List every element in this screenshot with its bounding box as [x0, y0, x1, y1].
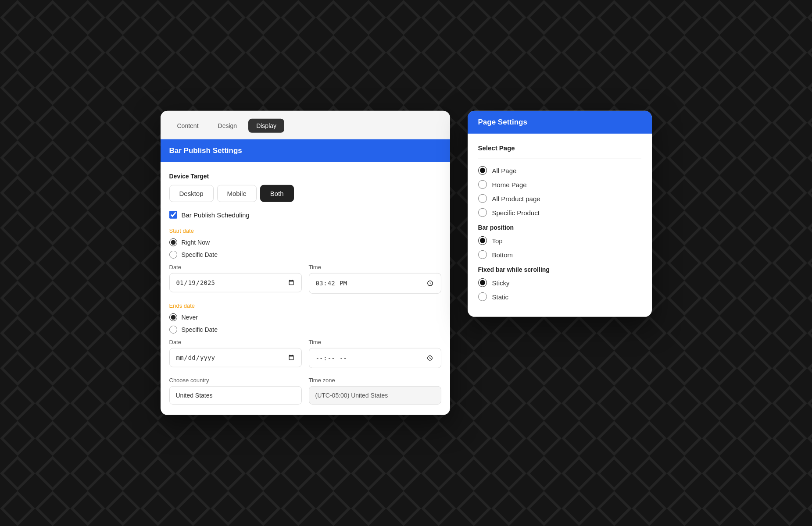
left-panel-body: Bar Publish Settings Device Target Deskt… [161, 139, 450, 415]
ends-never-label: Never [182, 314, 198, 321]
device-target-label: Device Target [169, 173, 441, 180]
ends-time-field-label: Time [309, 339, 441, 345]
start-right-now-radio[interactable] [169, 238, 177, 246]
country-input[interactable] [169, 386, 302, 405]
ends-date-input[interactable] [169, 348, 302, 367]
device-target-group: Device Target Desktop Mobile Both [169, 173, 441, 202]
panels-container: Content Design Display Bar Publish Setti… [161, 111, 652, 415]
position-bottom-label: Bottom [492, 251, 513, 258]
tab-bar: Content Design Display [161, 111, 450, 139]
position-bottom-radio[interactable] [478, 250, 487, 259]
timezone-label: Time zone [309, 377, 441, 384]
position-top-row: Top [478, 236, 641, 245]
select-page-label: Select Page [478, 144, 641, 152]
tab-display[interactable]: Display [248, 119, 284, 133]
all-product-label: All Product page [492, 195, 540, 202]
start-right-now-row: Right Now [169, 238, 441, 246]
tab-content[interactable]: Content [169, 119, 207, 133]
tab-design[interactable]: Design [210, 119, 245, 133]
left-section-content: Device Target Desktop Mobile Both Bar Pu… [161, 162, 450, 415]
all-page-row: All Page [478, 166, 641, 175]
bar-position-label: Bar position [478, 224, 641, 231]
position-top-radio[interactable] [478, 236, 487, 245]
scheduling-label: Bar Publish Scheduling [182, 211, 250, 218]
start-time-input[interactable] [309, 273, 441, 294]
ends-never-radio[interactable] [169, 313, 177, 321]
position-bottom-row: Bottom [478, 250, 641, 259]
ends-date-time-row: Date Time [169, 339, 441, 369]
ends-date-field-label: Date [169, 339, 302, 345]
all-page-label: All Page [492, 167, 517, 174]
ends-time-input[interactable] [309, 348, 441, 369]
ends-specific-date-label: Specific Date [182, 326, 218, 333]
specific-product-row: Specific Product [478, 208, 641, 217]
static-label: Static [492, 293, 509, 300]
ends-date-label: Ends date [169, 302, 441, 309]
start-right-now-label: Right Now [182, 239, 210, 246]
ends-never-row: Never [169, 313, 441, 321]
device-both-button[interactable]: Both [260, 185, 294, 202]
static-radio[interactable] [478, 292, 487, 301]
start-date-field-label: Date [169, 264, 302, 270]
all-product-radio[interactable] [478, 194, 487, 203]
start-date-time-row: Date Time [169, 264, 441, 294]
home-page-label: Home Page [492, 181, 527, 188]
bar-publish-settings-header: Bar Publish Settings [161, 139, 450, 162]
left-panel: Content Design Display Bar Publish Setti… [161, 111, 450, 415]
scheduling-checkbox-row: Bar Publish Scheduling [169, 211, 441, 219]
ends-specific-date-row: Specific Date [169, 326, 441, 334]
start-specific-date-row: Specific Date [169, 251, 441, 259]
fixed-bar-label: Fixed bar while scrolling [478, 266, 641, 273]
start-specific-date-radio[interactable] [169, 251, 177, 259]
device-desktop-button[interactable]: Desktop [169, 185, 214, 202]
ends-date-group-inner: Date [169, 339, 302, 369]
home-page-radio[interactable] [478, 180, 487, 189]
start-date-input[interactable] [169, 273, 302, 292]
start-date-group-inner: Date [169, 264, 302, 294]
static-row: Static [478, 292, 641, 301]
device-mobile-button[interactable]: Mobile [217, 185, 257, 202]
sticky-row: Sticky [478, 278, 641, 287]
country-field: Choose country [169, 377, 302, 405]
start-time-group: Time [309, 264, 441, 294]
right-panel: Page Settings Select Page All Page Home … [468, 111, 652, 317]
country-tz-row: Choose country Time zone [169, 377, 441, 405]
right-section-content: Select Page All Page Home Page All Produ… [468, 134, 652, 317]
start-time-field-label: Time [309, 264, 441, 270]
ends-date-group: Ends date Never Specific Date Date [169, 302, 441, 369]
sticky-radio[interactable] [478, 278, 487, 287]
timezone-input[interactable] [309, 386, 441, 405]
specific-product-label: Specific Product [492, 209, 540, 216]
divider-1 [478, 159, 641, 159]
scheduling-checkbox[interactable] [169, 211, 177, 219]
page-settings-header: Page Settings [468, 111, 652, 134]
timezone-field: Time zone [309, 377, 441, 405]
country-label: Choose country [169, 377, 302, 384]
sticky-label: Sticky [492, 279, 510, 286]
all-page-radio[interactable] [478, 166, 487, 175]
specific-product-radio[interactable] [478, 208, 487, 217]
ends-specific-date-radio[interactable] [169, 326, 177, 334]
device-target-buttons: Desktop Mobile Both [169, 185, 441, 202]
start-specific-date-label: Specific Date [182, 251, 218, 258]
all-product-page-row: All Product page [478, 194, 641, 203]
start-date-group: Start date Right Now Specific Date Date [169, 227, 441, 294]
start-date-label: Start date [169, 227, 441, 234]
position-top-label: Top [492, 237, 503, 244]
ends-time-group: Time [309, 339, 441, 369]
home-page-row: Home Page [478, 180, 641, 189]
